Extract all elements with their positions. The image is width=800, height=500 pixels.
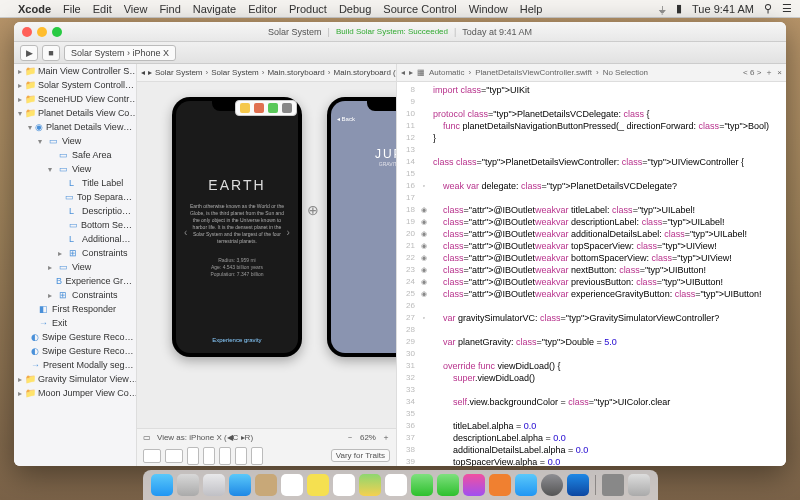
minimize-button[interactable] bbox=[37, 27, 47, 37]
dock-trash[interactable] bbox=[628, 474, 650, 496]
related-icon[interactable]: ▦ bbox=[417, 68, 425, 77]
dock-itunes[interactable] bbox=[463, 474, 485, 496]
nav-row[interactable]: ▾📁Planet Details View Co… bbox=[14, 106, 136, 120]
code-line[interactable]: 11 func planetDetailsNavigationButtonPre… bbox=[397, 120, 786, 132]
code-line[interactable]: 28 bbox=[397, 324, 786, 336]
scheme-selector[interactable]: Solar System › iPhone X bbox=[64, 45, 176, 61]
jump-bar-code[interactable]: ◂ ▸ ▦ Automatic› PlanetDetailsViewContro… bbox=[397, 64, 786, 82]
nav-row[interactable]: ▾◉Planet Details View… bbox=[14, 120, 136, 134]
device-iphone[interactable] bbox=[219, 447, 231, 465]
code-line[interactable]: 36 titleLabel.alpha = 0.0 bbox=[397, 420, 786, 432]
code-line[interactable]: 38 additionalDetailsLabel.alpha = 0.0 bbox=[397, 444, 786, 456]
nav-row[interactable]: ▾▭View bbox=[14, 134, 136, 148]
code-line[interactable]: 17 bbox=[397, 192, 786, 204]
menubar-item[interactable]: Window bbox=[469, 3, 508, 15]
ib-object-toolbar[interactable] bbox=[235, 100, 297, 116]
menubar-item[interactable]: Edit bbox=[93, 3, 112, 15]
menubar-app[interactable]: Xcode bbox=[18, 3, 51, 15]
menubar-clock[interactable]: Tue 9:41 AM bbox=[692, 3, 754, 15]
code-line[interactable]: 9 bbox=[397, 96, 786, 108]
iphone-preview-earth[interactable]: ‹ › EARTH Earth otherwise known as the W… bbox=[172, 97, 302, 357]
menubar-item[interactable]: Product bbox=[289, 3, 327, 15]
nav-fwd-icon[interactable]: ▸ bbox=[148, 68, 152, 77]
close-button[interactable] bbox=[22, 27, 32, 37]
back-button[interactable]: ◂ Back bbox=[337, 115, 355, 122]
menubar-item[interactable]: Help bbox=[520, 3, 543, 15]
code-line[interactable]: 22◉ class="attr">@IBOutlet weak var bott… bbox=[397, 252, 786, 264]
fullscreen-button[interactable] bbox=[52, 27, 62, 37]
dock-appstore[interactable] bbox=[515, 474, 537, 496]
code-line[interactable]: 34 self.view.backgroundColor = class="ty… bbox=[397, 396, 786, 408]
prev-chevron-icon[interactable]: ‹ bbox=[184, 227, 187, 238]
dock-contacts[interactable] bbox=[255, 474, 277, 496]
nav-row[interactable]: BExperience Gr… bbox=[14, 274, 136, 288]
vc-icon[interactable] bbox=[240, 103, 250, 113]
nav-row[interactable]: ▸📁Solar System Controll… bbox=[14, 78, 136, 92]
code-line[interactable]: 37 descriptionLabel.alpha = 0.0 bbox=[397, 432, 786, 444]
menubar-item[interactable]: Editor bbox=[248, 3, 277, 15]
menubar-item[interactable]: Source Control bbox=[383, 3, 456, 15]
wifi-icon[interactable]: ⏚ bbox=[659, 3, 666, 15]
dock-messages[interactable] bbox=[411, 474, 433, 496]
dock-safari[interactable] bbox=[203, 474, 225, 496]
code-line[interactable]: 21◉ class="attr">@IBOutlet weak var topS… bbox=[397, 240, 786, 252]
nav-row[interactable]: →Exit bbox=[14, 316, 136, 330]
code-line[interactable]: 25◉ class="attr">@IBOutlet weak var expe… bbox=[397, 288, 786, 300]
menubar-item[interactable]: Navigate bbox=[193, 3, 236, 15]
nav-back-icon[interactable]: ◂ bbox=[141, 68, 145, 77]
device-config-icon[interactable]: ▭ bbox=[143, 433, 151, 442]
code-line[interactable]: 12} bbox=[397, 132, 786, 144]
code-line[interactable]: 33 bbox=[397, 384, 786, 396]
device-iphone[interactable] bbox=[203, 447, 215, 465]
code-line[interactable]: 29 var planetGravity: class="typ">Double… bbox=[397, 336, 786, 348]
dock-ibooks[interactable] bbox=[489, 474, 511, 496]
nav-row[interactable]: ◐Swipe Gesture Reco… bbox=[14, 344, 136, 358]
nav-back-icon[interactable]: ◂ bbox=[401, 68, 405, 77]
code-line[interactable]: 18◉ class="attr">@IBOutlet weak var titl… bbox=[397, 204, 786, 216]
dock-calendar[interactable] bbox=[281, 474, 303, 496]
code-line[interactable]: 23◉ class="attr">@IBOutlet weak var next… bbox=[397, 264, 786, 276]
nav-row[interactable]: ▭Bottom Se… bbox=[14, 218, 136, 232]
nav-row[interactable]: ▭Safe Area bbox=[14, 148, 136, 162]
dock-reminders[interactable] bbox=[333, 474, 355, 496]
view-as-label[interactable]: View as: iPhone X (◀C ▸R) bbox=[157, 433, 253, 442]
nav-row[interactable]: ▸📁Gravity Simulator View… bbox=[14, 372, 136, 386]
device-picker[interactable]: Vary for Traits bbox=[137, 445, 396, 466]
menubar-item[interactable]: Find bbox=[159, 3, 180, 15]
nav-row[interactable]: ▾▭View bbox=[14, 162, 136, 176]
code-line[interactable]: 31 override func viewDidLoad() { bbox=[397, 360, 786, 372]
project-navigator[interactable]: ▸📁Main View Controller S…▸📁Solar System … bbox=[14, 64, 137, 466]
code-line[interactable]: 8import class="typ">UIKit bbox=[397, 84, 786, 96]
code-line[interactable]: 15 bbox=[397, 168, 786, 180]
stop-button[interactable]: ■ bbox=[42, 45, 60, 61]
spotlight-icon[interactable]: ⚲ bbox=[764, 2, 772, 15]
dock-downloads[interactable] bbox=[602, 474, 624, 496]
nav-row[interactable]: ▸📁SceneHUD View Contr… bbox=[14, 92, 136, 106]
close-editor-icon[interactable]: × bbox=[777, 68, 782, 77]
code-editor[interactable]: 8import class="typ">UIKit910protocol cla… bbox=[397, 82, 786, 466]
code-line[interactable]: 39 topSpacerView.alpha = 0.0 bbox=[397, 456, 786, 466]
vary-for-traits-button[interactable]: Vary for Traits bbox=[331, 449, 390, 462]
device-ipad[interactable] bbox=[143, 449, 161, 463]
dock-launchpad[interactable] bbox=[177, 474, 199, 496]
code-line[interactable]: 20◉ class="attr">@IBOutlet weak var addi… bbox=[397, 228, 786, 240]
nav-row[interactable]: ◐Swipe Gesture Reco… bbox=[14, 330, 136, 344]
zoom-label[interactable]: 62% bbox=[360, 433, 376, 442]
dock-systemprefs[interactable] bbox=[541, 474, 563, 496]
nav-row[interactable]: LTitle Label bbox=[14, 176, 136, 190]
nav-row[interactable]: ▸📁Main View Controller S… bbox=[14, 64, 136, 78]
battery-icon[interactable]: ▮ bbox=[676, 2, 682, 15]
code-line[interactable]: 10protocol class="typ">PlanetDetailsVCDe… bbox=[397, 108, 786, 120]
next-chevron-icon[interactable]: › bbox=[287, 227, 290, 238]
code-line[interactable]: 26 bbox=[397, 300, 786, 312]
experience-gravity-button[interactable]: Experience gravity bbox=[186, 337, 288, 343]
dock-notes[interactable] bbox=[307, 474, 329, 496]
device-iphone[interactable] bbox=[251, 447, 263, 465]
nav-row[interactable]: LDescriptio… bbox=[14, 204, 136, 218]
code-line[interactable]: 24◉ class="attr">@IBOutlet weak var prev… bbox=[397, 276, 786, 288]
notification-icon[interactable]: ☰ bbox=[782, 2, 792, 15]
device-iphone[interactable] bbox=[235, 447, 247, 465]
menubar-item[interactable]: Debug bbox=[339, 3, 371, 15]
run-button[interactable]: ▶ bbox=[20, 45, 38, 61]
jump-bar-ib[interactable]: ◂ ▸ Solar System› Solar System› Main.sto… bbox=[137, 64, 396, 82]
